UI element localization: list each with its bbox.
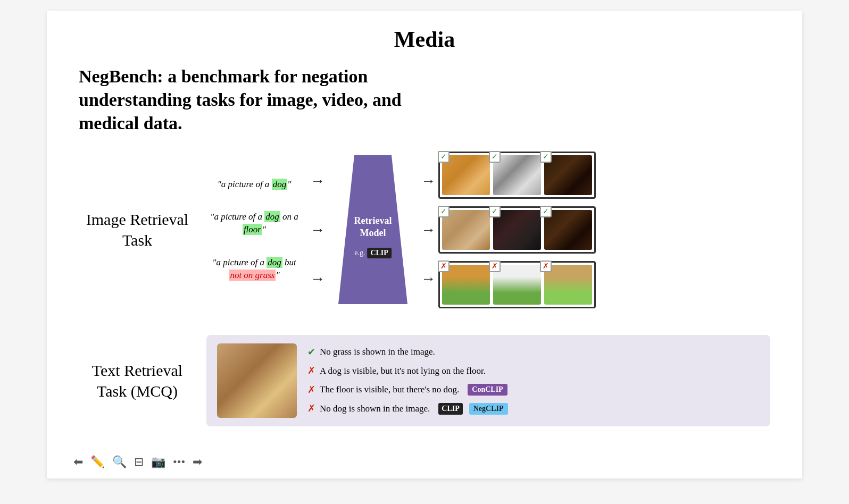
cross-icon-2: ✗ (307, 365, 315, 377)
highlight-dog-1: dog (272, 179, 288, 190)
query-2: "a picture of a dog on a floor" (206, 211, 302, 236)
check-2-2: ✓ (489, 206, 501, 217)
dog-photo (217, 343, 297, 418)
query-3: "a picture of a dog but not on grass" (206, 256, 302, 282)
mcq-option-4: ✗ No dog is shown in the image. CLIP Neg… (307, 402, 508, 415)
mcq-option-2: ✗ A dog is visible, but it's not lying o… (307, 365, 508, 377)
check-1-2: ✓ (489, 151, 501, 163)
clip-badge-model: CLIP (367, 248, 391, 258)
mcq-card: ✔ No grass is shown in the image. ✗ A do… (206, 335, 770, 426)
results-column: ✓ ✓ ✓ ✓ (438, 152, 596, 308)
text-retrieval-label: Text Retrieval Task (MCQ) (79, 360, 196, 401)
slide-container: Media NegBench: a benchmark for negation… (47, 11, 802, 478)
result-img-3-2: ✗ (493, 265, 541, 305)
negclip-badge: NegCLIP (469, 403, 508, 415)
arrow-out-3: → (421, 270, 436, 287)
forward-arrow-icon[interactable]: ➡ (193, 455, 202, 469)
check-icon-1: ✔ (307, 346, 315, 358)
more-icon[interactable]: ••• (173, 455, 185, 469)
arrows-to-model: → → → (310, 172, 325, 287)
eg-text: e.g. (354, 249, 365, 257)
conclip-badge: ConCLIP (468, 384, 507, 396)
result-img-1-3: ✓ (544, 155, 592, 195)
main-heading: NegBench: a benchmark for negation under… (79, 65, 440, 136)
arrow-out-1: → (421, 172, 436, 189)
cross-icon-4: ✗ (307, 402, 315, 415)
captions-icon[interactable]: ⊟ (134, 455, 144, 469)
text-retrieval-section: Text Retrieval Task (MCQ) ✔ No grass is … (79, 335, 770, 426)
check-1-1: ✓ (438, 151, 450, 163)
result-row-1: ✓ ✓ ✓ (438, 152, 596, 199)
check-1-3: ✓ (540, 151, 552, 163)
queries-column: "a picture of a dog" "a picture of a dog… (206, 178, 302, 282)
arrow-1: → (310, 172, 325, 189)
arrows-from-model: → → → (421, 172, 436, 287)
arrow-out-2: → (421, 221, 436, 238)
toolbar: ⬅ ✏️ 🔍 ⊟ 📷 ••• ➡ (73, 455, 202, 469)
result-img-3-1: ✗ (442, 265, 490, 305)
result-img-2-3: ✓ (544, 210, 592, 250)
result-img-3-3: ✗ (544, 265, 592, 305)
mcq-option-3: ✗ The floor is visible, but there's no d… (307, 384, 508, 396)
option-4-text: No dog is shown in the image. (320, 403, 430, 415)
mcq-option-1: ✔ No grass is shown in the image. (307, 346, 508, 358)
content-area: Image Retrieval Task "a picture of a dog… (79, 152, 770, 426)
model-shape: Retrieval Model e.g. CLIP (338, 155, 407, 304)
diagram-area: "a picture of a dog" "a picture of a dog… (206, 152, 770, 308)
option-2-text: A dog is visible, but it's not lying on … (320, 365, 486, 377)
back-arrow-icon[interactable]: ⬅ (73, 455, 83, 469)
pencil-icon[interactable]: ✏️ (90, 455, 105, 469)
not-phrase: not on grass (229, 270, 276, 281)
video-icon[interactable]: 📷 (151, 455, 165, 469)
clip-badge-small: CLIP (438, 403, 462, 415)
result-img-1-1: ✓ (442, 155, 490, 195)
result-img-2-1: ✓ (442, 210, 490, 250)
heading-bold: NegBench: (79, 66, 163, 86)
check-2-3: ✓ (540, 206, 552, 217)
result-img-1-2: ✓ (493, 155, 541, 195)
check-3-1: ✗ (438, 261, 450, 272)
image-retrieval-label: Image Retrieval Task (79, 209, 196, 250)
option-1-text: No grass is shown in the image. (320, 346, 435, 358)
check-3-3: ✗ (540, 261, 552, 272)
model-eg: e.g. CLIP (354, 248, 392, 258)
check-2-1: ✓ (438, 206, 450, 217)
image-retrieval-section: Image Retrieval Task "a picture of a dog… (79, 152, 770, 308)
highlight-floor: floor (243, 224, 262, 235)
search-icon[interactable]: 🔍 (112, 455, 127, 469)
query-1: "a picture of a dog" (206, 178, 302, 191)
result-row-3: ✗ ✗ ✗ (438, 261, 596, 308)
svg-marker-0 (338, 155, 407, 304)
mcq-options: ✔ No grass is shown in the image. ✗ A do… (307, 346, 508, 415)
slide-title: Media (79, 27, 770, 52)
check-3-2: ✗ (489, 261, 501, 272)
result-img-2-2: ✓ (493, 210, 541, 250)
arrow-2: → (310, 221, 325, 238)
highlight-dog-2: dog (264, 211, 280, 222)
cross-icon-3: ✗ (307, 384, 315, 396)
result-row-2: ✓ ✓ ✓ (438, 206, 596, 254)
highlight-dog-3: dog (267, 257, 282, 268)
option-3-text: The floor is visible, but there's no dog… (320, 384, 459, 396)
arrow-3: → (310, 270, 325, 287)
